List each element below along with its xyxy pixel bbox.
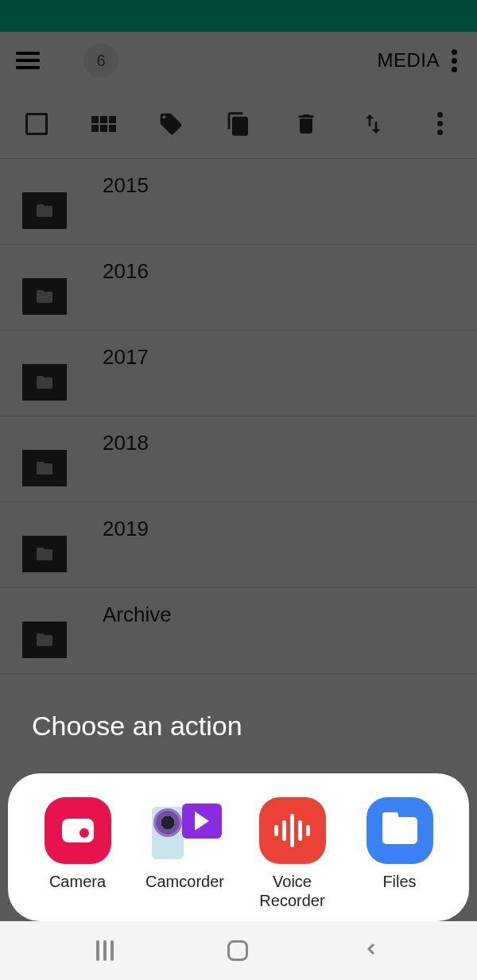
action-voice-recorder[interactable]: Voice Recorder	[241, 797, 344, 910]
action-camcorder[interactable]: Camcorder	[134, 797, 237, 910]
action-label: Camera	[49, 872, 106, 891]
navigation-bar	[0, 921, 477, 980]
files-icon	[366, 797, 433, 864]
sheet-title: Choose an action	[32, 711, 445, 742]
voice-recorder-icon	[259, 797, 326, 864]
action-label: Files	[382, 872, 416, 891]
action-sheet: Camera Camcorder Voice Recorder Files	[8, 773, 469, 921]
action-label: Voice Recorder	[241, 872, 344, 910]
action-label: Camcorder	[145, 872, 224, 891]
camcorder-icon	[145, 797, 225, 864]
status-bar	[0, 0, 477, 32]
nav-recents-button[interactable]	[96, 940, 114, 961]
nav-back-button[interactable]	[362, 939, 381, 962]
action-camera[interactable]: Camera	[26, 797, 130, 910]
action-files[interactable]: Files	[348, 797, 452, 910]
sheet-header: Choose an action	[0, 711, 477, 761]
nav-home-button[interactable]	[227, 940, 248, 961]
camera-icon	[45, 797, 111, 864]
